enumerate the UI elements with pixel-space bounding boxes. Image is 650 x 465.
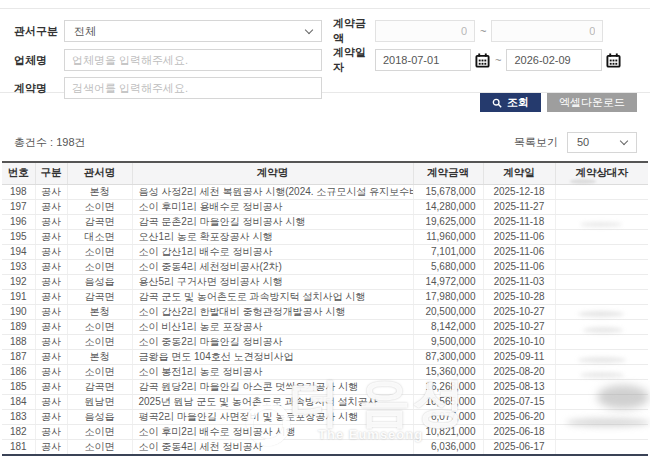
cell-type: 공사 <box>35 244 67 259</box>
cell-amount: 14,280,000 <box>413 199 483 214</box>
table-row[interactable]: 184공사원남면2025년 원남 군도 및 농어촌도로 과속방지턱 설치공사16… <box>2 394 648 409</box>
cell-no: 195 <box>2 229 35 244</box>
cell-no: 197 <box>2 199 35 214</box>
office-type-value: 전체 <box>74 24 96 39</box>
cell-title: 용산5리 구거사면 정비공사 시행 <box>132 274 413 289</box>
cell-party <box>555 439 648 455</box>
table-row[interactable]: 181공사소이면소이 중동4리 세천 정비공사6,036,0002025-06-… <box>2 439 648 455</box>
table-row[interactable]: 197공사소이면소이 후미1리 용배수로 정비공사14,280,0002025-… <box>2 199 648 214</box>
table-row[interactable]: 189공사소이면소이 비산1리 농로 포장공사8,142,0002025-10-… <box>2 319 648 334</box>
cell-type: 공사 <box>35 304 67 319</box>
cell-amount: 14,972,000 <box>413 274 483 289</box>
contract-name-input[interactable] <box>64 77 322 99</box>
cell-type: 공사 <box>35 214 67 229</box>
chevron-down-icon <box>305 25 313 33</box>
cell-no: 190 <box>2 304 35 319</box>
cell-title: 2025년 원남 군도 및 농어촌도로 과속방지턱 설치공사 <box>132 394 413 409</box>
col-type: 구분 <box>35 162 67 184</box>
cell-date: 2025-06-18 <box>483 424 555 439</box>
page-size-select[interactable]: 50 <box>567 132 637 153</box>
cell-amount: 16,268,000 <box>413 379 483 394</box>
cell-party <box>555 289 648 304</box>
cell-date: 2025-07-15 <box>483 394 555 409</box>
table-body: 198공사본청음성 사정2리 세천 복원공사 시행(2024. 소규모시설 유지… <box>2 184 648 455</box>
cell-title: 금왕읍 면도 104호선 노견정비사업 <box>132 349 413 364</box>
table-row[interactable]: 187공사본청금왕읍 면도 104호선 노견정비사업87,300,0002025… <box>2 349 648 364</box>
cell-office: 소이면 <box>67 334 132 349</box>
calendar-icon <box>475 53 490 68</box>
col-title: 계약명 <box>132 162 413 184</box>
cell-date: 2025-06-20 <box>483 409 555 424</box>
cell-amount: 87,300,000 <box>413 349 483 364</box>
cell-no: 181 <box>2 439 35 455</box>
cell-date: 2025-11-06 <box>483 259 555 274</box>
cell-amount: 6,036,000 <box>413 439 483 455</box>
table-row[interactable]: 191공사감곡면감곡 군도 및 농어촌도로 과속방지턱 설치사업 시행17,98… <box>2 289 648 304</box>
company-input[interactable] <box>64 49 322 71</box>
table-row[interactable]: 196공사감곡면감곡 문촌2리 마을안길 정비공사 시행19,625,00020… <box>2 214 648 229</box>
cell-title: 소이 중동4리 세천정비공사(2차) <box>132 259 413 274</box>
date-to-input[interactable] <box>506 49 602 71</box>
table-row[interactable]: 185공사감곡면감곡 원당2리 마을안길 아스콘 덧씌우기공사 시행16,268… <box>2 379 648 394</box>
excel-download-button[interactable]: 엑셀다운로드 <box>547 93 637 112</box>
cell-type: 공사 <box>35 319 67 334</box>
table-row[interactable]: 183공사음성읍평곡2리 마을안길 사면정비 및 농로포장공사 시행6,077,… <box>2 409 648 424</box>
col-date: 계약일 <box>483 162 555 184</box>
cell-party <box>555 259 648 274</box>
cell-office: 원남면 <box>67 394 132 409</box>
table-row[interactable]: 198공사본청음성 사정2리 세천 복원공사 시행(2024. 소규모시설 유지… <box>2 184 648 199</box>
col-office: 관서명 <box>67 162 132 184</box>
cell-party <box>555 319 648 334</box>
contract-search-page: 관서구분 전체 계약금액 ~ 업체명 계약일자 <box>0 0 650 465</box>
date-to-calendar-button[interactable] <box>606 52 621 69</box>
action-buttons: 조회 엑셀다운로드 <box>480 93 637 112</box>
table-row[interactable]: 193공사소이면소이 중동4리 세천정비공사(2차)5,680,0002025-… <box>2 259 648 274</box>
office-type-select[interactable]: 전체 <box>64 20 322 42</box>
col-party: 계약상대자 <box>555 162 648 184</box>
cell-party <box>555 184 648 199</box>
cell-type: 공사 <box>35 334 67 349</box>
cell-amount: 7,101,000 <box>413 244 483 259</box>
cell-title: 소이 봉전1리 농로 정비공사 <box>132 364 413 379</box>
cell-date: 2025-08-20 <box>483 364 555 379</box>
date-from-calendar-button[interactable] <box>475 52 490 69</box>
cell-office: 소이면 <box>67 199 132 214</box>
cell-amount: 15,678,000 <box>413 184 483 199</box>
search-button[interactable]: 조회 <box>480 93 541 112</box>
cell-type: 공사 <box>35 364 67 379</box>
cell-party <box>555 349 648 364</box>
cell-no: 194 <box>2 244 35 259</box>
table-row[interactable]: 182공사소이면소이 후미2리 배수로 정비공사 시행10,821,000202… <box>2 424 648 439</box>
table-row[interactable]: 190공사본청소이 갑산2리 한발대비 중형관정개발공사 시행20,500,00… <box>2 304 648 319</box>
table-row[interactable]: 194공사소이면소이 갑산1리 배수로 정비공사7,101,0002025-11… <box>2 244 648 259</box>
table-row[interactable]: 186공사소이면소이 봉전1리 농로 정비공사15,360,0002025-08… <box>2 364 648 379</box>
cell-office: 대소면 <box>67 229 132 244</box>
list-view-label: 목록보기 <box>514 135 558 150</box>
table-row[interactable]: 195공사대소면오산1리 농로 확포장공사 시행11,960,0002025-1… <box>2 229 648 244</box>
cell-no: 182 <box>2 424 35 439</box>
page-size-value: 50 <box>577 136 589 148</box>
cell-type: 공사 <box>35 424 67 439</box>
cell-office: 음성읍 <box>67 274 132 289</box>
table-row[interactable]: 188공사소이면소이 중동2리 마을안길 정비공사9,500,0002025-1… <box>2 334 648 349</box>
cell-party <box>555 424 648 439</box>
amount-max-input[interactable] <box>491 20 603 42</box>
date-tilde: ~ <box>495 54 501 66</box>
date-from-input[interactable] <box>375 49 471 71</box>
table-row[interactable]: 192공사음성읍용산5리 구거사면 정비공사 시행14,972,0002025-… <box>2 274 648 289</box>
cell-no: 191 <box>2 289 35 304</box>
cell-title: 소이 중동4리 세천 정비공사 <box>132 439 413 455</box>
cell-amount: 8,142,000 <box>413 319 483 334</box>
table-header-row: 번호 구분 관서명 계약명 계약금액 계약일 계약상대자 <box>2 162 648 184</box>
cell-date: 2025-10-27 <box>483 304 555 319</box>
filter-form: 관서구분 전체 계약금액 ~ 업체명 계약일자 <box>0 8 650 93</box>
cell-type: 공사 <box>35 409 67 424</box>
cell-party <box>555 244 648 259</box>
cell-amount: 6,077,000 <box>413 409 483 424</box>
cell-type: 공사 <box>35 289 67 304</box>
cell-party <box>555 199 648 214</box>
cell-amount: 9,500,000 <box>413 334 483 349</box>
amount-min-input[interactable] <box>375 20 475 42</box>
cell-party <box>555 304 648 319</box>
cell-amount: 15,360,000 <box>413 364 483 379</box>
